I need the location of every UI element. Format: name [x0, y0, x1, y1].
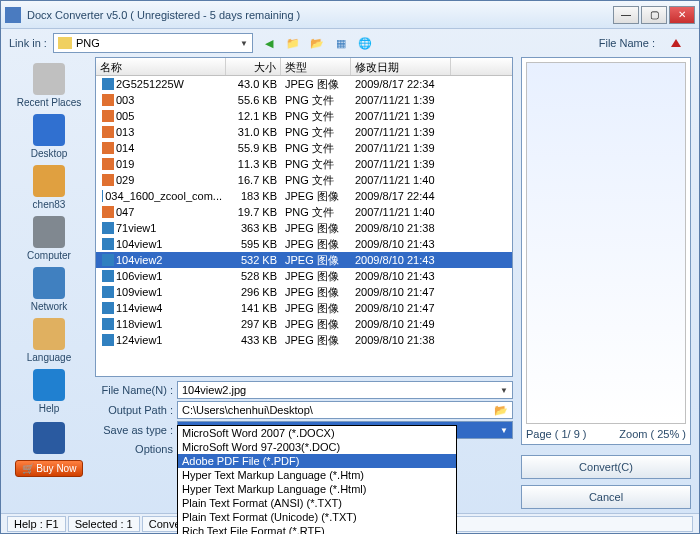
file-icon: [102, 110, 114, 122]
sidebar-label: Network: [31, 301, 68, 312]
sidebar-item[interactable]: Desktop: [9, 112, 89, 161]
place-icon: [33, 369, 65, 401]
file-icon: [102, 78, 114, 90]
window-title: Docx Converter v5.0 ( Unregistered - 5 d…: [27, 9, 613, 21]
saveas-option[interactable]: MicroSoft Word 2007 (*.DOCX): [178, 426, 456, 440]
saveas-option[interactable]: Rich Text File Format (*.RTF): [178, 524, 456, 534]
file-name: 104view1: [116, 238, 162, 250]
file-icon: [102, 222, 114, 234]
file-name: 118view1: [116, 318, 162, 330]
file-icon: [102, 190, 103, 202]
triangle-up-icon[interactable]: [671, 39, 681, 47]
chevron-down-icon: ▼: [500, 426, 508, 435]
linkin-dropdown[interactable]: PNG ▼: [53, 33, 253, 53]
zoom-indicator: Zoom ( 25% ): [619, 428, 686, 440]
file-date: 2009/8/10 21:43: [351, 236, 451, 252]
back-icon[interactable]: ◀: [259, 33, 279, 53]
file-name: 109view1: [116, 286, 162, 298]
file-icon: [102, 174, 114, 186]
sidebar-item[interactable]: Language: [9, 316, 89, 365]
sidebar-label: Language: [27, 352, 72, 363]
file-name: 003: [116, 94, 134, 106]
output-path-input[interactable]: C:\Users\chenhui\Desktop\ 📂: [177, 401, 513, 419]
saveas-option[interactable]: Hyper Text Markup Language (*.Htm): [178, 468, 456, 482]
file-size: 595 KB: [226, 236, 281, 252]
preview-image: [526, 62, 686, 424]
folder-icon: [58, 37, 72, 49]
file-name: 71view1: [116, 222, 156, 234]
saveas-option[interactable]: Plain Text Format (Unicode) (*.TXT): [178, 510, 456, 524]
file-icon: [102, 270, 114, 282]
filename-input[interactable]: 104view2.jpg ▼: [177, 381, 513, 399]
file-row[interactable]: 124view1433 KBJPEG 图像2009/8/10 21:38: [96, 332, 512, 348]
file-name: 047: [116, 206, 134, 218]
file-size: 296 KB: [226, 284, 281, 300]
new-folder-icon[interactable]: 📂: [307, 33, 327, 53]
saveas-option[interactable]: Adobe PDF File (*.PDF): [178, 454, 456, 468]
place-icon: [33, 267, 65, 299]
chevron-down-icon: ▼: [240, 39, 248, 48]
saveas-option[interactable]: MicroSoft Word 97-2003(*.DOC): [178, 440, 456, 454]
file-name: 014: [116, 142, 134, 154]
col-name[interactable]: 名称: [96, 58, 226, 75]
buy-now-button[interactable]: 🛒 Buy Now: [15, 460, 84, 477]
file-date: 2007/11/21 1:39: [351, 92, 451, 108]
sidebar-item[interactable]: Computer: [9, 214, 89, 263]
file-name: 2G5251225W: [116, 78, 184, 90]
browse-icon[interactable]: 📂: [494, 404, 508, 417]
saveas-label: Save as type :: [95, 424, 173, 436]
output-label: Output Path :: [95, 404, 173, 416]
file-date: 2007/11/21 1:39: [351, 124, 451, 140]
maximize-button[interactable]: ▢: [641, 6, 667, 24]
saveas-dropdown-list[interactable]: MicroSoft Word 2007 (*.DOCX)MicroSoft Wo…: [177, 425, 457, 534]
linkin-value: PNG: [76, 37, 100, 49]
file-name: 124view1: [116, 334, 162, 346]
place-icon: [33, 114, 65, 146]
sidebar-label: chen83: [33, 199, 66, 210]
col-size[interactable]: 大小: [226, 58, 281, 75]
file-size: 55.6 KB: [226, 92, 281, 108]
saveas-option[interactable]: Plain Text Format (ANSI) (*.TXT): [178, 496, 456, 510]
up-icon[interactable]: 📁: [283, 33, 303, 53]
file-date: 2007/11/21 1:40: [351, 172, 451, 188]
col-date[interactable]: 修改日期: [351, 58, 451, 75]
file-icon: [102, 238, 114, 250]
options-label: Options: [95, 441, 173, 455]
file-date: 2009/8/10 21:47: [351, 300, 451, 316]
linkin-label: Link in :: [9, 37, 47, 49]
sidebar-label: Computer: [27, 250, 71, 261]
sidebar-item[interactable]: Help: [9, 367, 89, 416]
file-icon: [102, 126, 114, 138]
sidebar-label: Recent Places: [17, 97, 81, 108]
globe-icon[interactable]: 🌐: [355, 33, 375, 53]
file-list[interactable]: 名称 大小 类型 修改日期 2G5251225W43.0 KBJPEG 图像20…: [95, 57, 513, 377]
file-icon: [102, 158, 114, 170]
place-icon: [33, 165, 65, 197]
cancel-button[interactable]: Cancel: [521, 485, 691, 509]
convert-button[interactable]: Convert(C): [521, 455, 691, 479]
file-name: 013: [116, 126, 134, 138]
file-date: 2007/11/21 1:40: [351, 204, 451, 220]
file-icon: [102, 286, 114, 298]
file-date: 2009/8/10 21:38: [351, 332, 451, 348]
close-button[interactable]: ✕: [669, 6, 695, 24]
file-size: 528 KB: [226, 268, 281, 284]
file-size: 11.3 KB: [226, 156, 281, 172]
file-name: 114view4: [116, 302, 162, 314]
col-type[interactable]: 类型: [281, 58, 351, 75]
page-indicator: Page ( 1/ 9 ): [526, 428, 587, 440]
file-date: 2009/8/10 21:43: [351, 268, 451, 284]
sidebar-item[interactable]: Network: [9, 265, 89, 314]
file-date: 2007/11/21 1:39: [351, 108, 451, 124]
file-name: 106view1: [116, 270, 162, 282]
view-icon[interactable]: ▦: [331, 33, 351, 53]
sidebar-item[interactable]: Recent Places: [9, 61, 89, 110]
word-icon[interactable]: [33, 422, 65, 454]
file-size: 433 KB: [226, 332, 281, 348]
saveas-option[interactable]: Hyper Text Markup Language (*.Html): [178, 482, 456, 496]
file-size: 31.0 KB: [226, 124, 281, 140]
minimize-button[interactable]: —: [613, 6, 639, 24]
file-size: 363 KB: [226, 220, 281, 236]
file-icon: [102, 142, 114, 154]
sidebar-item[interactable]: chen83: [9, 163, 89, 212]
